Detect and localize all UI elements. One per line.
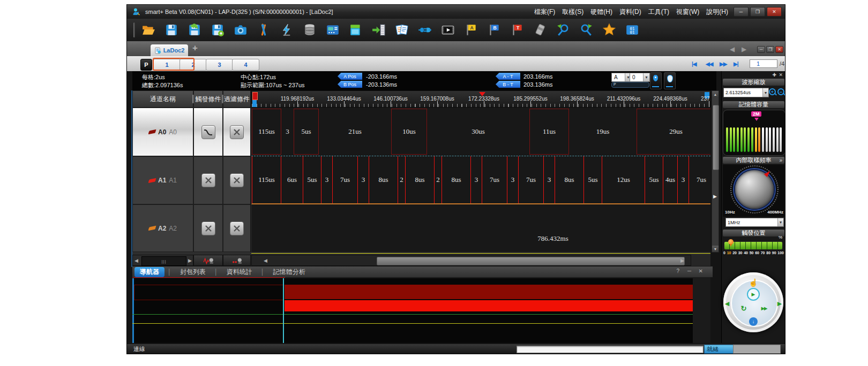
doc-minimize-button[interactable]: ─ bbox=[757, 46, 765, 53]
export-data-icon[interactable] bbox=[372, 23, 386, 37]
scroll-down-icon[interactable]: ▼ bbox=[712, 246, 719, 252]
vertical-scrollbar[interactable]: ▲ ▶ ▼ bbox=[712, 90, 719, 253]
page-nav-first-icon[interactable]: |◀ bbox=[692, 61, 697, 67]
panel-help-button[interactable]: ? bbox=[676, 268, 679, 274]
fast-forward-icon[interactable]: ▶▶ bbox=[761, 306, 767, 311]
panel-close-button[interactable]: ✕ bbox=[699, 268, 703, 274]
bottom-tab-2[interactable]: 封包列表 bbox=[175, 267, 211, 277]
scroll-up-icon[interactable]: ▲ bbox=[712, 91, 719, 97]
filter-none-icon[interactable] bbox=[230, 173, 244, 187]
filter-none-icon[interactable] bbox=[230, 125, 244, 139]
flag-t-icon[interactable]: T bbox=[510, 23, 524, 37]
restore-button[interactable]: ❐ bbox=[750, 7, 765, 17]
marker-select[interactable]: A bbox=[611, 73, 632, 82]
column-scroll-grip[interactable]: ||| bbox=[141, 256, 186, 266]
bus-decode-icon[interactable] bbox=[418, 23, 432, 37]
eraser-icon[interactable] bbox=[533, 23, 547, 37]
open-file-icon[interactable] bbox=[141, 23, 155, 37]
channel-name-A2[interactable]: A2A2 bbox=[132, 204, 193, 252]
page-nav-prev-icon[interactable]: ◀◀ bbox=[706, 61, 713, 67]
page-button-4[interactable]: 4 bbox=[232, 59, 259, 71]
waveform-playback-icon[interactable] bbox=[441, 23, 455, 37]
frequency-select[interactable]: 1MHz bbox=[725, 218, 784, 227]
navigator-overview[interactable] bbox=[132, 278, 693, 343]
bottom-tab-3[interactable]: 資料統計 bbox=[221, 267, 258, 277]
filter-condition-cell-A0[interactable] bbox=[223, 108, 251, 156]
header-grip[interactable] bbox=[222, 95, 223, 103]
scroll-right-icon[interactable]: ▶ bbox=[188, 258, 192, 263]
flag-a-icon[interactable]: A bbox=[464, 23, 478, 37]
memory-capacity-gauge[interactable]: 2M bbox=[723, 110, 785, 156]
channel-column-scrollbar[interactable]: ◀ ||| ▶ bbox=[132, 255, 193, 266]
channel-name-A1[interactable]: A1A1 bbox=[132, 156, 193, 204]
file-compare-icon[interactable] bbox=[395, 23, 409, 37]
menu-item[interactable]: 硬體(H) bbox=[590, 7, 612, 17]
save-icon[interactable] bbox=[164, 23, 178, 37]
minimize-button[interactable]: ─ bbox=[734, 7, 749, 17]
toolbar-grip[interactable] bbox=[133, 22, 135, 37]
falling-edge-icon[interactable] bbox=[201, 125, 215, 139]
scroll-right-icon[interactable]: ▶ bbox=[680, 258, 684, 263]
panel-minimize-button[interactable]: ─ bbox=[687, 268, 691, 274]
zoom-level-select[interactable]: 2.613254us bbox=[723, 88, 769, 97]
navigator-view-cursor[interactable] bbox=[283, 278, 284, 343]
trigger-none-icon[interactable] bbox=[201, 173, 215, 187]
pan-left-icon[interactable]: ◀ bbox=[725, 300, 729, 307]
column-header-0[interactable]: 通道名稱 bbox=[132, 90, 193, 108]
menu-item[interactable]: 檔案(F) bbox=[534, 7, 555, 17]
bottom-tab-1[interactable]: 導航器 bbox=[134, 267, 164, 277]
filter-none-icon[interactable] bbox=[230, 222, 244, 235]
tab-scroll-left-icon[interactable]: ◀ bbox=[730, 45, 735, 53]
panel-pin-icon[interactable]: ✚ bbox=[772, 72, 776, 78]
flag-b-icon[interactable]: B bbox=[487, 23, 501, 37]
horizontal-scroll-thumb[interactable] bbox=[377, 257, 685, 265]
screenshot-icon[interactable] bbox=[234, 23, 248, 37]
pan-right-icon[interactable]: ▶ bbox=[777, 300, 782, 307]
column-header-1[interactable]: 觸發條件 bbox=[193, 90, 223, 108]
zoom-out-button[interactable]: − bbox=[777, 88, 785, 96]
section-more-icon[interactable]: » bbox=[779, 157, 782, 163]
add-tab-button[interactable]: + bbox=[192, 43, 198, 54]
b-t-badge[interactable]: B - T bbox=[496, 81, 520, 88]
waveform-row-a1[interactable]: 115us6us5us37us38us28us28us37us37us38us5… bbox=[251, 156, 710, 204]
goto-marker-a-button[interactable] bbox=[650, 72, 662, 89]
menu-item[interactable]: 說明(H) bbox=[706, 7, 728, 17]
a-pos-badge[interactable]: A Pos bbox=[338, 73, 362, 80]
drag-hand-icon[interactable]: ☝ bbox=[749, 278, 758, 287]
scroll-left-icon[interactable]: ◀ bbox=[134, 258, 138, 263]
trigger-none-icon[interactable] bbox=[201, 222, 215, 235]
page-button-3[interactable]: 3 bbox=[206, 59, 233, 71]
bottom-tab-4[interactable]: 記憶體分析 bbox=[268, 267, 311, 277]
close-button[interactable]: ✕ bbox=[767, 7, 782, 17]
waveform-row-a2[interactable]: 786.432ms bbox=[251, 204, 710, 252]
filter-condition-cell-A2[interactable] bbox=[223, 204, 251, 252]
trigger-condition-cell-A0[interactable] bbox=[193, 108, 223, 156]
trigger-slider-pin-icon[interactable] bbox=[728, 239, 734, 245]
menu-item[interactable]: 資料(D) bbox=[619, 7, 641, 17]
doc-close-button[interactable]: ✕ bbox=[775, 46, 783, 53]
page-p-button[interactable]: P bbox=[140, 59, 152, 71]
save-restore-icon[interactable] bbox=[188, 23, 201, 37]
menu-item[interactable]: 工具(T) bbox=[648, 7, 669, 17]
window-layout-icon[interactable] bbox=[349, 23, 363, 37]
channel-name-A0[interactable]: A0A0 bbox=[132, 108, 193, 156]
save-as-icon[interactable] bbox=[211, 23, 225, 37]
rotate-icon[interactable]: ↻ bbox=[741, 304, 747, 312]
pan-down-icon[interactable]: ↓ bbox=[749, 317, 758, 326]
device-panel-icon[interactable] bbox=[326, 23, 340, 37]
trigger-condition-cell-A1[interactable] bbox=[193, 156, 223, 204]
panel-expand-icon[interactable]: ▶ bbox=[713, 194, 717, 199]
menu-item[interactable]: 視窗(W) bbox=[676, 7, 699, 17]
trigger-position-slider[interactable] bbox=[724, 241, 783, 250]
favorites-icon[interactable] bbox=[602, 23, 616, 37]
value-display-icon[interactable]: 0101 bbox=[625, 23, 639, 37]
doc-restore-button[interactable]: ❐ bbox=[766, 46, 774, 53]
search-prev-icon[interactable] bbox=[556, 23, 570, 37]
tab-ladoc2[interactable]: LaDoc2 bbox=[151, 44, 188, 56]
marker-a-red-icon[interactable] bbox=[252, 92, 258, 100]
header-grip[interactable] bbox=[192, 95, 194, 103]
zoom-in-button[interactable]: + bbox=[768, 88, 777, 96]
search-next-icon[interactable] bbox=[579, 23, 593, 37]
memory-depth-icon[interactable] bbox=[303, 23, 317, 37]
timeline-ruler[interactable]: 237.5 119.968192us133.034464us146.100736… bbox=[251, 90, 710, 108]
